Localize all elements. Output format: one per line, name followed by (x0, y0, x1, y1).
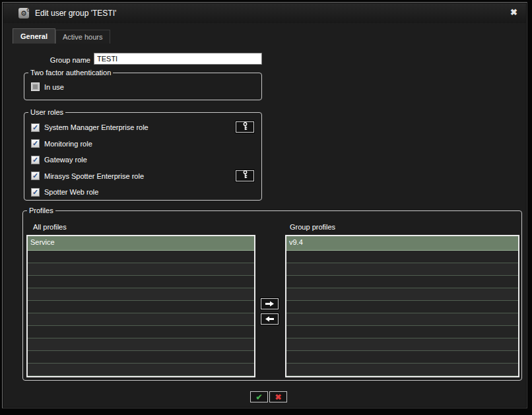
in-use-label: In use (44, 83, 64, 91)
tab-active-hours[interactable]: Active hours (55, 30, 110, 44)
in-use-checkbox[interactable] (31, 82, 40, 91)
role-label: Spotter Web role (44, 188, 98, 196)
profile-row[interactable]: Service (28, 236, 254, 251)
cancel-button[interactable]: ✖ (269, 391, 287, 402)
role-label: Monitoring role (44, 140, 92, 148)
all-profiles-list[interactable]: Service (26, 235, 255, 377)
empty-row[interactable] (28, 301, 254, 313)
user-roles-legend: User roles (28, 108, 65, 116)
role-checkbox[interactable]: ✓ (31, 139, 40, 148)
empty-row[interactable] (286, 251, 518, 263)
empty-row[interactable] (286, 338, 518, 351)
user-role-row: ✓Spotter Web role (31, 184, 256, 201)
empty-row[interactable] (28, 351, 254, 364)
role-checkbox[interactable]: ✓ (31, 156, 40, 164)
edit-user-group-dialog: ⚙⚙ Edit user group 'TESTI' ✖ General Act… (2, 2, 527, 408)
empty-row[interactable] (28, 276, 254, 288)
user-roles-fieldset: User roles ✓System Manager Enterprise ro… (24, 108, 262, 201)
gear-icon: ⚙⚙ (18, 8, 29, 18)
empty-row[interactable] (286, 364, 518, 376)
group-name-label: Group name (21, 56, 90, 64)
user-role-row: ✓Monitoring role (31, 136, 256, 152)
key-icon (242, 170, 249, 181)
cancel-x-icon: ✖ (275, 393, 281, 401)
empty-row[interactable] (286, 288, 518, 301)
user-role-row: ✓Mirasys Spotter Enterprise role (31, 168, 256, 185)
empty-row[interactable] (286, 263, 518, 276)
empty-row[interactable] (28, 251, 254, 263)
role-checkbox[interactable]: ✓ (31, 172, 40, 180)
empty-row[interactable] (28, 364, 254, 376)
empty-row[interactable] (28, 263, 254, 276)
check-icon: ✔ (255, 393, 262, 401)
move-right-button[interactable] (261, 298, 279, 309)
role-checkbox[interactable]: ✓ (31, 123, 40, 132)
profiles-legend: Profiles (27, 207, 55, 214)
ok-button[interactable]: ✔ (250, 391, 268, 402)
empty-row[interactable] (28, 326, 254, 338)
empty-row[interactable] (28, 313, 254, 326)
profile-row[interactable]: v9.4 (286, 236, 518, 251)
key-button[interactable] (236, 170, 254, 181)
role-checkbox[interactable]: ✓ (31, 188, 40, 197)
user-roles-list: ✓System Manager Enterprise role✓Monitori… (24, 116, 261, 201)
group-profiles-label: Group profiles (290, 223, 335, 231)
right-arrow-icon (265, 299, 274, 309)
user-role-row: ✓System Manager Enterprise role (31, 119, 256, 136)
empty-row[interactable] (286, 313, 518, 326)
empty-row[interactable] (286, 301, 518, 313)
key-button[interactable] (236, 121, 254, 133)
titlebar[interactable]: ⚙⚙ Edit user group 'TESTI' ✖ (3, 3, 526, 23)
key-icon (242, 122, 249, 133)
profiles-fieldset: Profiles All profiles Group profiles Ser… (22, 207, 522, 381)
user-role-row: ✓Gateway role (31, 152, 256, 168)
close-icon[interactable]: ✖ (510, 7, 517, 18)
empty-row[interactable] (286, 326, 518, 338)
two-factor-legend: Two factor authentication (28, 69, 113, 77)
small-gear-icon: ⚙ (26, 5, 31, 16)
window-title: Edit user group 'TESTI' (35, 9, 116, 18)
all-profiles-label: All profiles (33, 223, 67, 231)
role-label: Gateway role (44, 156, 87, 164)
role-label: Mirasys Spotter Enterprise role (44, 172, 144, 180)
move-left-button[interactable] (261, 313, 279, 325)
empty-row[interactable] (286, 276, 518, 288)
tab-general[interactable]: General (13, 28, 55, 44)
empty-row[interactable] (286, 351, 518, 364)
group-profiles-list[interactable]: v9.4 (285, 235, 519, 377)
empty-row[interactable] (28, 288, 254, 301)
role-label: System Manager Enterprise role (44, 123, 149, 131)
left-arrow-icon (265, 316, 274, 322)
two-factor-fieldset: Two factor authentication In use (24, 69, 262, 100)
in-use-row: In use (31, 82, 261, 91)
empty-row[interactable] (28, 338, 254, 351)
group-name-input[interactable] (94, 53, 262, 65)
tab-bar: General Active hours (13, 28, 110, 44)
